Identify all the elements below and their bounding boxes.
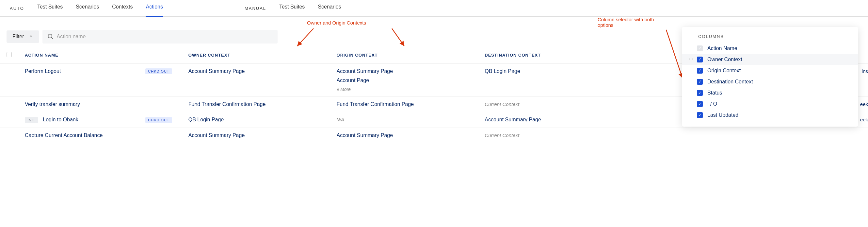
column-selector-popover: COLUMNS ⋮⋮ ✓ Action Name ⋮⋮ ✓ Owner Cont… xyxy=(682,27,858,126)
status-badge-init: INIT xyxy=(25,117,38,123)
column-option-label: Status xyxy=(707,90,722,96)
action-name: Verify transfer summary xyxy=(25,102,80,107)
col-origin-context[interactable]: ORIGIN CONTEXT xyxy=(330,47,478,64)
column-option-label: Action Name xyxy=(707,46,737,51)
column-option-label: Last Updated xyxy=(707,112,738,118)
col-destination-context[interactable]: DESTINATION CONTEXT xyxy=(478,47,592,64)
svg-line-2 xyxy=(297,28,313,46)
action-name: Login to Qbank xyxy=(43,117,79,122)
column-option[interactable]: ⋮⋮ ✓ Destination Context xyxy=(682,76,858,87)
origin-na: N/A xyxy=(337,117,344,122)
tab-auto-scenarios[interactable]: Scenarios xyxy=(76,4,99,12)
action-name: Capture Current Account Balance xyxy=(25,133,102,138)
svg-line-3 xyxy=(392,28,404,46)
search-icon xyxy=(47,33,54,40)
search-box[interactable] xyxy=(42,30,278,44)
checkbox-on-icon[interactable]: ✓ xyxy=(697,90,703,96)
annotation-column-selector: Column selector with both options xyxy=(598,17,663,28)
origin-more[interactable]: 9 More xyxy=(337,87,472,92)
action-name: Perform Logout xyxy=(25,68,61,74)
checkbox-locked-icon: ✓ xyxy=(697,46,703,51)
destination-context-italic: Current Context xyxy=(485,133,519,138)
origin-line: Fund Transfer Confirmation Page xyxy=(330,97,478,112)
tab-auto-actions[interactable]: Actions xyxy=(146,4,163,12)
column-option[interactable]: ⋮⋮ ✓ Status xyxy=(682,87,858,98)
top-nav: AUTO Test Suites Scenarios Contexts Acti… xyxy=(0,0,868,17)
checkbox-on-icon[interactable]: ✓ xyxy=(697,79,703,85)
col-action-name[interactable]: ACTION NAME xyxy=(18,47,182,64)
chevron-down-icon xyxy=(29,34,33,39)
destination-context: QB Login Page xyxy=(478,64,592,97)
table-row[interactable]: Capture Current Account Balance Account … xyxy=(0,128,868,143)
checkbox-on-icon[interactable]: ✓ xyxy=(697,101,703,107)
trail-text: ins xyxy=(862,68,868,74)
tab-auto-test-suites[interactable]: Test Suites xyxy=(37,4,63,12)
svg-point-0 xyxy=(48,34,52,38)
trail-text: eek xyxy=(860,117,868,122)
drag-handle-icon[interactable]: ⋮⋮ xyxy=(688,58,692,61)
checkbox-on-icon[interactable]: ✓ xyxy=(697,57,703,62)
column-option[interactable]: ⋮⋮ ✓ I / O xyxy=(682,98,858,110)
annotation-contexts: Owner and Origin Contexts xyxy=(307,20,366,26)
owner-context: Account Summary Page xyxy=(182,128,330,143)
origin-line: Account Summary Page xyxy=(337,68,472,74)
checkbox-on-icon[interactable]: ✓ xyxy=(697,112,703,118)
column-selector-title: COLUMNS xyxy=(682,33,858,43)
owner-context: Fund Transfer Confirmation Page xyxy=(182,97,330,112)
tab-manual-test-suites[interactable]: Test Suites xyxy=(279,4,305,12)
tab-auto-contexts[interactable]: Contexts xyxy=(112,4,132,12)
tab-manual-scenarios[interactable]: Scenarios xyxy=(318,4,341,12)
column-option-label: Destination Context xyxy=(707,79,753,85)
column-option[interactable]: ⋮⋮ ✓ Origin Context xyxy=(682,65,858,76)
column-option[interactable]: ⋮⋮ ✓ Last Updated xyxy=(682,110,858,121)
col-owner-context[interactable]: OWNER CONTEXT xyxy=(182,47,330,64)
filter-label: Filter xyxy=(12,34,24,39)
manual-label: MANUAL xyxy=(245,6,266,11)
trail-text: eek xyxy=(860,102,868,107)
auto-label: AUTO xyxy=(10,6,24,11)
search-input[interactable] xyxy=(54,30,273,44)
column-option-label: Owner Context xyxy=(707,57,742,62)
svg-line-1 xyxy=(51,37,53,38)
select-all-checkbox[interactable] xyxy=(6,52,12,57)
column-option[interactable]: ⋮⋮ ✓ Owner Context xyxy=(682,54,858,65)
owner-context: Account Summary Page xyxy=(182,64,330,97)
origin-line: Account Page xyxy=(337,78,472,83)
destination-context-italic: Current Context xyxy=(485,102,519,107)
owner-context: QB Login Page xyxy=(182,112,330,128)
checkbox-on-icon[interactable]: ✓ xyxy=(697,68,703,74)
status-badge-chkd: CHKD OUT xyxy=(145,117,172,123)
column-option[interactable]: ⋮⋮ ✓ Action Name xyxy=(682,43,858,54)
filter-button[interactable]: Filter xyxy=(6,30,39,43)
origin-line: Account Summary Page xyxy=(330,128,478,143)
destination-context: Account Summary Page xyxy=(478,112,592,128)
status-badge-chkd: CHKD OUT xyxy=(145,68,172,74)
column-option-label: Origin Context xyxy=(707,68,741,74)
column-option-label: I / O xyxy=(707,101,717,107)
